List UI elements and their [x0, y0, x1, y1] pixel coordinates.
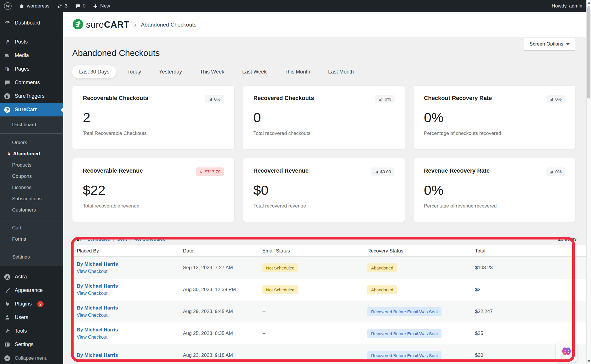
- card-value: $22: [83, 182, 224, 198]
- screen-options-button[interactable]: Screen Options: [524, 38, 575, 51]
- submenu-item-settings[interactable]: Settings: [0, 251, 63, 263]
- submenu-item-subscriptions[interactable]: Subscriptions: [0, 193, 63, 204]
- brain-gradient-icon: [561, 347, 572, 358]
- sidebar-item-surecart[interactable]: SureCart: [0, 103, 63, 116]
- placed-by-link[interactable]: By Michael Harris: [77, 283, 178, 289]
- card-title: Recovered Checkouts: [253, 95, 314, 101]
- status-filter-links: All | Scheduled | Sent | Not Scheduled: [74, 236, 166, 242]
- tab-last-month[interactable]: Last Month: [321, 65, 361, 78]
- comment-bubble-icon: [3, 80, 11, 86]
- vertical-scrollbar[interactable]: [586, 0, 591, 364]
- tab-last-week[interactable]: Last Week: [235, 65, 274, 78]
- sidebar-item-comments[interactable]: Comments: [0, 76, 63, 89]
- submenu-item-forms[interactable]: Forms: [0, 233, 63, 245]
- separator: |: [83, 236, 85, 242]
- submenu-item-cart[interactable]: Cart: [0, 222, 63, 233]
- bar-chart-icon: [549, 97, 553, 101]
- abandoned-arrow-glyph: ↳: [7, 151, 11, 157]
- placed-by-link[interactable]: By Michael Harris: [77, 327, 178, 333]
- sidebar-item-appearance[interactable]: Appearance: [0, 284, 63, 297]
- col-total: Total: [470, 248, 586, 254]
- sidebar-item-plugins[interactable]: Plugins 2: [0, 297, 63, 311]
- wordpress-logo-menu[interactable]: W: [4, 2, 12, 10]
- collapse-menu-label: Collapse menu: [15, 355, 47, 361]
- surecart-submenu: Dashboard Orders ↳ Abandoned Products Co…: [0, 116, 63, 266]
- sidebar-item-label: Dashboard: [15, 20, 40, 26]
- submenu-item-licenses[interactable]: Licenses: [0, 182, 63, 193]
- bar-chart-icon: [379, 97, 383, 101]
- placed-by-link[interactable]: By Michael Harris: [77, 352, 178, 358]
- brush-icon: [3, 287, 11, 293]
- sidebar-item-astra[interactable]: Astra: [0, 270, 63, 284]
- filter-scheduled[interactable]: Scheduled: [87, 236, 110, 242]
- howdy-admin-menu[interactable]: Howdy, admin: [552, 3, 582, 9]
- sidebar-item-label: Users: [15, 314, 28, 320]
- table-row: By Michael Harris View Checkout Aug 25, …: [72, 322, 586, 344]
- sidebar-item-tools[interactable]: Tools: [0, 324, 63, 338]
- tab-today[interactable]: Today: [120, 65, 148, 78]
- view-checkout-link[interactable]: View Checkout: [77, 335, 178, 340]
- arrow-down-right-icon: [199, 170, 203, 173]
- submenu-item-orders[interactable]: Orders: [0, 137, 63, 148]
- filter-sent[interactable]: Sent: [117, 236, 127, 242]
- site-name-link[interactable]: wordpress: [19, 3, 49, 9]
- sidebar-item-label: Plugins: [15, 301, 32, 307]
- bar-chart-icon: [208, 97, 212, 101]
- updates-menu[interactable]: 3: [57, 3, 67, 9]
- submenu-item-customers[interactable]: Customers: [0, 204, 63, 216]
- sidebar-item-media[interactable]: Media: [0, 49, 63, 62]
- view-checkout-link[interactable]: View Checkout: [77, 291, 178, 296]
- collapse-menu-button[interactable]: ◀ Collapse menu: [0, 351, 63, 364]
- plug-icon: [3, 301, 11, 307]
- surecart-brand[interactable]: sureCART: [73, 19, 129, 31]
- card-value: 0%: [424, 182, 565, 198]
- date-cell: Aug 23, 2023, 9:18 AM: [178, 352, 258, 358]
- date-filter-tabs: Last 30 Days Today Yesterday This Week L…: [63, 58, 586, 78]
- email-status-cell: --: [258, 309, 363, 314]
- card-value: 0%: [424, 110, 565, 125]
- scrollbar-thumb[interactable]: [587, 6, 590, 99]
- tab-this-month[interactable]: This Month: [278, 65, 317, 78]
- sidebar-item-pages[interactable]: Pages: [0, 62, 63, 76]
- col-placed-by: Placed By: [72, 248, 178, 254]
- submenu-item-label: Abandoned: [13, 151, 40, 157]
- sidebar-item-label: Appearance: [15, 287, 43, 293]
- sidebar-item-dashboard[interactable]: Dashboard: [0, 16, 63, 30]
- card-caption: Percentage of revenue recovered: [424, 203, 565, 209]
- trend-chip: 0%: [205, 95, 224, 103]
- collapse-arrow-icon: ◀: [3, 355, 11, 361]
- card-caption: Total recovered revenue: [253, 203, 394, 209]
- sidebar-item-suretriggers[interactable]: SureTriggers: [0, 89, 63, 103]
- tab-last-30-days[interactable]: Last 30 Days: [72, 65, 116, 78]
- recovery-status-badge: Abandoned: [367, 263, 397, 272]
- scroll-down-arrow-icon[interactable]: [588, 360, 590, 362]
- placed-by-link[interactable]: By Michael Harris: [77, 305, 178, 311]
- tab-this-week[interactable]: This Week: [193, 65, 231, 78]
- filter-not-scheduled[interactable]: Not Scheduled: [133, 236, 166, 242]
- sidebar-item-label: Astra: [15, 274, 27, 280]
- view-checkout-link[interactable]: View Checkout: [77, 269, 178, 274]
- submenu-item-dashboard[interactable]: Dashboard: [0, 119, 63, 130]
- sidebar-item-label: Posts: [15, 39, 28, 45]
- sidebar-item-settings[interactable]: Settings: [0, 338, 63, 351]
- filter-all[interactable]: All: [74, 236, 81, 242]
- scroll-up-arrow-icon[interactable]: [588, 2, 590, 4]
- submenu-item-products[interactable]: Products: [0, 159, 63, 171]
- view-checkout-link[interactable]: View Checkout: [77, 313, 178, 318]
- stat-cards-grid: Recoverable Checkouts 0% 2 Total Recover…: [63, 78, 586, 222]
- sidebar-item-posts[interactable]: Posts: [0, 35, 63, 49]
- date-cell: Sep 12, 2023, 7:27 AM: [178, 265, 258, 271]
- date-cell: Aug 25, 2023, 8:35 AM: [178, 331, 258, 336]
- submenu-item-coupons[interactable]: Coupons: [0, 171, 63, 182]
- tab-yesterday[interactable]: Yesterday: [152, 65, 189, 78]
- table-row: By Michael Harris View Checkout Aug 29, …: [72, 301, 586, 322]
- sidebar-item-users[interactable]: Users: [0, 311, 63, 324]
- col-date: Date: [178, 248, 258, 254]
- placed-by-link[interactable]: By Michael Harris: [77, 261, 178, 267]
- submenu-item-abandoned[interactable]: ↳ Abandoned: [0, 148, 63, 159]
- new-menu[interactable]: New: [93, 3, 110, 9]
- assistant-sticker[interactable]: [556, 341, 577, 363]
- sidebar-item-label: Comments: [15, 80, 40, 86]
- wordpress-logo-icon: W: [4, 2, 12, 10]
- comments-menu[interactable]: 0: [75, 3, 85, 9]
